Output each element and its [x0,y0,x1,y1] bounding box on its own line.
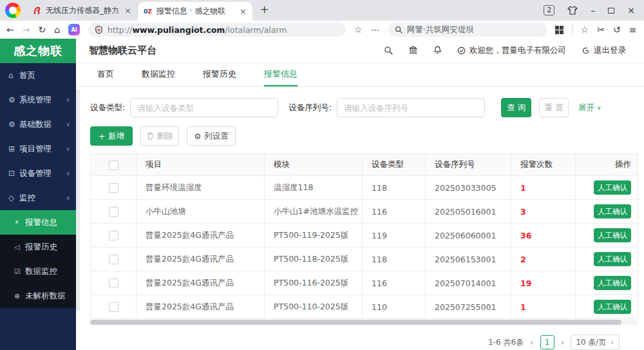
browser-tab-2-active[interactable]: 0Z 报警信息 · 感之物联 × [138,2,252,21]
cell-project: 普量2025款4G通讯产品 [137,271,265,295]
tab-count-badge[interactable]: 2 [544,5,554,15]
cell-device-type: 118 [363,176,426,200]
site-security-icon[interactable] [95,26,103,34]
wardrobe-icon[interactable] [567,6,578,15]
logout-button[interactable]: 退出登录 [582,45,626,56]
cell-serial: 202507014001 [426,271,511,295]
manual-confirm-button[interactable]: 人工确认 [594,276,631,290]
table-row: 普量环境温湿度 温湿度118 118 202503033005 1 人工确认 [91,176,638,200]
sidebar-item-label: 设备管理 [19,168,52,179]
pagination-summary: 1-6 共6条 [488,337,524,348]
cell-alarm-count: 19 [511,271,576,295]
device-icon: ⊡ [8,169,19,178]
next-page-icon[interactable]: › [561,337,565,347]
search-button[interactable]: 查 询 [501,98,531,117]
back-icon[interactable]: ← [6,24,14,35]
minimize-icon[interactable]: – [591,5,595,15]
app-frame: 感之物联 ⌂ 首页 ⚙ 系统管理 ∨ ⚙ 基础数据 ∨ ⊞ 项目管理 ∨ ⊡ [0,39,644,350]
row-checkbox[interactable] [109,207,118,217]
oz-logo-icon: 0Z [144,8,152,15]
bank-icon[interactable] [408,46,418,55]
cell-serial: 202506060001 [426,224,511,248]
device-type-input[interactable] [130,98,278,117]
content-scrollbar[interactable] [76,89,80,311]
puliang-logo-icon [33,6,41,15]
screenshot-scissors-icon[interactable]: ✂ [597,24,605,35]
row-checkbox[interactable] [109,231,118,240]
sidebar-item-unparsed-data[interactable]: ⊕ 未解析数据 [0,284,76,308]
bookmark-star-icon[interactable]: ☆ [354,24,363,35]
forward-icon[interactable]: → [23,24,30,35]
close-window-icon[interactable]: × [627,5,635,15]
page-size-select[interactable]: 10 条/页 ∨ [571,335,620,350]
favorites-list-icon[interactable]: ☆ [581,24,589,35]
sidebar-item-project[interactable]: ⊞ 项目管理 ∨ [0,137,76,161]
browser-search-box[interactable]: 网警·共筑网安堤坝 [388,23,547,37]
new-tab-icon[interactable]: + [252,0,276,21]
manual-confirm-button[interactable]: 人工确认 [594,180,631,195]
row-checkbox[interactable] [109,278,118,288]
tab-home[interactable]: 首页 [97,63,114,86]
sidebar-item-label: 项目管理 [19,144,52,155]
cell-module: PT500-110-2025版 [265,295,363,319]
add-button[interactable]: +新增 [90,126,133,146]
manual-confirm-button[interactable]: 人工确认 [594,204,631,219]
chevron-down-icon: ∨ [610,339,614,345]
manual-confirm-button[interactable]: 人工确认 [594,252,631,266]
close-tab-icon[interactable]: × [124,6,131,15]
tab-alarm-history[interactable]: 报警历史 [203,63,236,86]
page-number[interactable]: 1 [540,335,554,349]
sidebar-item-device[interactable]: ⊡ 设备管理 ∨ [0,161,76,186]
prev-page-icon[interactable]: ‹ [530,337,534,347]
browser-tab-1[interactable]: 无线压力传感器_静力水准仪_ × [27,4,138,17]
sidebar-item-home[interactable]: ⌂ 首页 [0,63,76,88]
delete-button[interactable]: 删除 [140,126,179,146]
gear-icon: ⚙ [8,95,19,104]
reset-button[interactable]: 重 置 [539,98,569,117]
scrollbar-thumb[interactable] [90,320,621,325]
cell-project: 普量2025款4G通讯产品 [137,295,265,319]
welcome-user[interactable]: 欢迎您，普量电子有限公司 [457,45,566,56]
more-options-icon[interactable]: ⋯ [371,24,380,35]
sidebar-item-alarm-history[interactable]: ◁ 报警历史 [0,235,76,259]
row-checkbox[interactable] [109,255,118,264]
home-icon[interactable]: ⌂ [54,24,60,35]
manual-confirm-button[interactable]: 人工确认 [594,300,631,314]
sidebar-item-basedata[interactable]: ⚙ 基础数据 ∨ [0,112,76,137]
tab-alarm-info[interactable]: 报警信息 [264,63,298,86]
browser-menu-icon[interactable]: ≡ [629,24,637,35]
brand-logo: 感之物联 [0,39,76,63]
table-row: 小牛山池塘 小牛山1#池塘水温监控 116 202505016001 3 人工确… [91,200,638,224]
address-bar[interactable]: http://www.puliangiot.com/iotalarm/alarm [88,23,346,37]
maximize-icon[interactable] [608,8,614,14]
ai-assistant-icon[interactable]: AI [68,24,80,35]
power-icon [582,46,590,55]
search-icon[interactable] [384,46,393,55]
apps-grid-icon[interactable] [555,26,564,34]
row-checkbox[interactable] [109,183,118,193]
select-all-checkbox[interactable] [109,160,118,170]
tab-data-monitor[interactable]: 数据监控 [142,63,175,86]
serial-input[interactable] [337,98,485,117]
tab-title: 无线压力传感器_静力水准仪_ [46,5,120,16]
bell-icon[interactable] [433,46,442,55]
history-undo-icon[interactable]: ↺ [613,24,621,35]
sidebar-item-monitor[interactable]: ◇ 监控 ∧ [0,186,76,210]
row-checkbox[interactable] [109,302,118,312]
browser-logo-icon[interactable] [5,3,21,18]
reload-icon[interactable]: ↻ [38,24,46,35]
expand-toggle[interactable]: 展开 ∨ [578,102,601,113]
col-device-type: 设备类型 [363,154,426,176]
manual-confirm-button[interactable]: 人工确认 [594,228,631,242]
sidebar-item-label: 数据监控 [25,266,57,277]
cell-project: 普量2025款4G通讯产品 [137,224,265,248]
cell-module: PT500-116-2025版 [265,271,363,295]
sidebar-item-data-monitor[interactable]: ☑ 数据监控 [0,259,76,284]
sidebar-item-alarm-info[interactable]: ⚡ 报警信息 [0,210,76,235]
sidebar-item-system[interactable]: ⚙ 系统管理 ∨ [0,88,76,112]
cell-alarm-count: 2 [511,248,576,271]
column-settings-button[interactable]: ⚙列设置 [187,126,236,146]
close-tab-icon[interactable]: × [240,6,247,16]
table-horizontal-scrollbar[interactable] [90,320,638,325]
expand-label: 展开 [578,102,594,113]
